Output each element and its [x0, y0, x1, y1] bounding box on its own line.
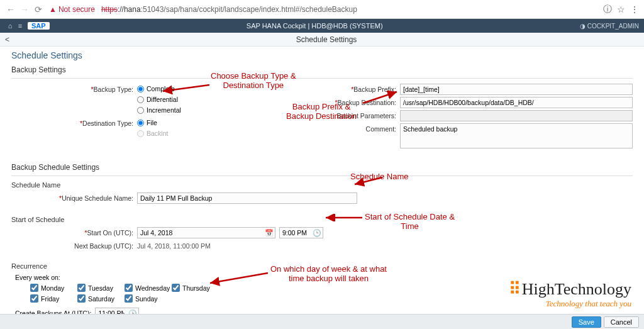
footer-bar: Save Cancel	[0, 314, 644, 329]
reload-icon[interactable]: ⟳	[33, 4, 44, 15]
sub-header: < Schedule Settings	[0, 33, 644, 47]
section-start-of-schedule: Start of Schedule	[11, 216, 633, 223]
schedule-name-input[interactable]	[137, 192, 357, 204]
check-sunday[interactable]	[125, 294, 133, 303]
comment-textarea[interactable]: Scheduled backup	[400, 123, 633, 148]
backint-params-input	[400, 110, 633, 121]
start-date-input[interactable]	[137, 227, 275, 238]
browser-bar: ← → ⟳ ▲ Not secure https://hana:51043/sa…	[0, 0, 644, 19]
app-menu-icon[interactable]: ≡	[15, 22, 25, 30]
url-bar[interactable]: https://hana:51043/sap/hana/cockpit/land…	[101, 5, 601, 14]
cancel-button[interactable]: Cancel	[604, 316, 639, 328]
menu-icon[interactable]: ⋮	[630, 4, 639, 14]
check-wednesday[interactable]	[125, 284, 133, 292]
radio-incremental[interactable]	[137, 107, 144, 114]
backup-prefix-input[interactable]	[400, 84, 633, 95]
calendar-icon[interactable]: 📅	[265, 228, 274, 237]
check-thursday[interactable]	[172, 284, 180, 292]
back-button[interactable]: <	[5, 35, 14, 44]
section-recurrence: Recurrence	[11, 262, 633, 270]
check-monday[interactable]	[30, 284, 38, 292]
search-icon[interactable]: ⓘ	[603, 4, 612, 15]
user-icon: ◑	[580, 23, 586, 30]
radio-complete[interactable]	[137, 86, 144, 92]
section-schedule-settings: Backup Schedule Settings	[11, 163, 633, 172]
forward-icon[interactable]: →	[19, 4, 30, 15]
not-secure-indicator[interactable]: ▲ Not secure	[49, 5, 95, 14]
sap-logo: SAP	[28, 22, 50, 30]
sap-header: ⌂ ≡ SAP SAP HANA Cockpit | HDB@HDB (SYST…	[0, 19, 644, 33]
section-schedule-name: Schedule Name	[11, 181, 633, 189]
page-title: Schedule Settings	[11, 50, 633, 60]
every-week-label: Every week on:	[15, 274, 633, 281]
content-area: Schedule Settings Backup Settings *Backu…	[0, 47, 644, 319]
radio-differential[interactable]	[137, 96, 144, 103]
save-button[interactable]: Save	[572, 316, 601, 328]
section-backup-settings: Backup Settings	[11, 65, 633, 74]
check-tuesday[interactable]	[77, 284, 86, 292]
backup-destination-input[interactable]	[400, 97, 633, 108]
star-icon[interactable]: ☆	[617, 4, 625, 14]
radio-file[interactable]	[137, 120, 144, 126]
warning-icon: ▲	[49, 5, 57, 14]
check-friday[interactable]	[30, 294, 38, 303]
page-subtitle: Schedule Settings	[14, 35, 639, 44]
check-saturday[interactable]	[77, 294, 86, 303]
user-menu[interactable]: ◑ COCKPIT_ADMIN	[580, 23, 639, 30]
radio-backint	[137, 130, 144, 137]
next-backup-value: Jul 4, 2018, 11:00:00 PM	[137, 240, 633, 252]
back-icon[interactable]: ←	[5, 4, 16, 15]
clock-icon[interactable]: 🕒	[313, 228, 321, 237]
home-icon[interactable]: ⌂	[5, 22, 15, 30]
header-title: SAP HANA Cockpit | HDB@HDB (SYSTEM)	[50, 22, 580, 30]
